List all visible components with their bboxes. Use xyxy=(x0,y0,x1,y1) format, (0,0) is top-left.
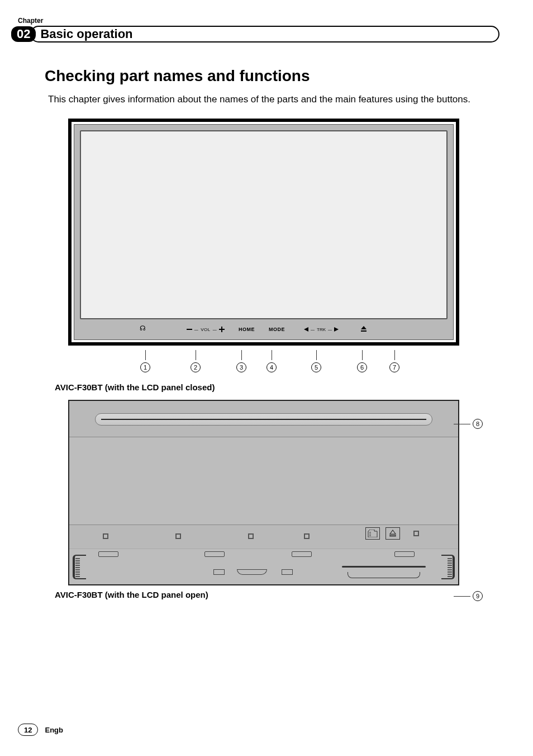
figure-device-open: 8 9 xyxy=(68,400,459,585)
section-intro: This chapter gives information about the… xyxy=(48,94,499,105)
callout-3: 3 xyxy=(236,362,246,372)
chapter-label: Chapter xyxy=(18,17,499,25)
voice-button-icon xyxy=(140,319,148,339)
mid-panel xyxy=(69,437,458,525)
right-bracket-icon xyxy=(441,555,455,579)
vol-label: VOL xyxy=(201,327,211,332)
page-footer: 12 Engb xyxy=(18,724,63,736)
sd-slot-area xyxy=(342,564,426,578)
slot-icon xyxy=(394,551,415,557)
svg-rect-0 xyxy=(390,535,396,536)
slot-icon xyxy=(204,551,225,557)
callout-6: 6 xyxy=(357,362,367,372)
small-icon-row xyxy=(78,525,449,547)
eject-panel-icon xyxy=(386,527,400,540)
track-next-icon xyxy=(334,327,339,332)
callout-4: 4 xyxy=(266,362,277,372)
button-bar: — VOL — HOME MODE — TRK — xyxy=(74,319,453,339)
chapter-title: Basic operation xyxy=(30,26,499,42)
square-icon xyxy=(103,533,108,539)
callout-7: 7 xyxy=(389,362,399,372)
slot-icon xyxy=(98,551,118,557)
callout-9: 9 xyxy=(473,591,483,601)
figure2-caption: AVIC-F30BT (with the LCD panel open) xyxy=(55,590,499,599)
mark-icon xyxy=(282,569,293,575)
lcd-screen xyxy=(80,130,448,319)
mode-button-label: MODE xyxy=(269,319,285,339)
mark-icon xyxy=(237,569,267,575)
slot-icon xyxy=(292,551,312,557)
page-header: 02 Basic operation xyxy=(28,26,499,42)
figure1-caption: AVIC-F30BT (with the LCD panel closed) xyxy=(55,382,499,392)
volume-buttons: — VOL — xyxy=(180,319,231,339)
section-heading: Checking part names and functions xyxy=(45,67,499,85)
chapter-number-badge: 02 xyxy=(11,26,36,42)
eject-button-icon xyxy=(360,319,367,339)
callout-8-line: 8 xyxy=(454,419,483,429)
plus-icon xyxy=(219,327,225,332)
left-bracket-icon xyxy=(73,555,86,579)
sd-card-icon xyxy=(365,527,380,540)
square-icon xyxy=(304,533,310,539)
minus-icon xyxy=(187,329,192,330)
lower-strip xyxy=(69,549,458,584)
square-icon xyxy=(175,533,181,539)
callout-2: 2 xyxy=(191,362,201,372)
figure1-callouts: 1 2 3 4 5 6 7 xyxy=(68,352,459,377)
figure-device-closed: — VOL — HOME MODE — TRK — xyxy=(68,119,459,346)
callout-1: 1 xyxy=(140,362,150,372)
mark-icon xyxy=(213,569,225,575)
disc-slot xyxy=(95,413,432,426)
home-button-label: HOME xyxy=(239,319,255,339)
callout-5: 5 xyxy=(311,362,321,372)
square-icon xyxy=(413,531,419,536)
track-buttons: — TRK — xyxy=(299,319,344,339)
square-icon xyxy=(248,533,254,539)
trk-label: TRK xyxy=(317,327,326,332)
callout-9-line: 9 xyxy=(454,591,483,601)
callout-8: 8 xyxy=(473,419,483,429)
track-prev-icon xyxy=(304,327,308,332)
page-number: 12 xyxy=(18,724,38,736)
language-label: Engb xyxy=(45,726,63,734)
